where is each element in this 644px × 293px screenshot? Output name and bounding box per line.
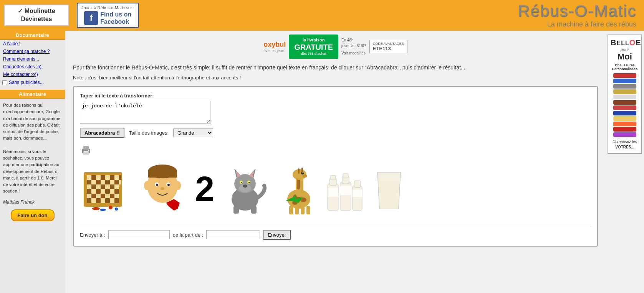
- abracadabra-button[interactable]: Abracadabra !!: [80, 128, 124, 138]
- right-sidebar: BELLOE pour Moi Chaussures Personnalisée…: [606, 31, 644, 293]
- svg-point-5: [88, 150, 89, 151]
- svg-rect-15: [87, 180, 91, 184]
- sidebar-section-documentaire: Documentaire: [0, 31, 65, 40]
- no-ads-checkbox[interactable]: [2, 80, 7, 85]
- svg-rect-31: [91, 189, 96, 194]
- svg-rect-35: [110, 189, 114, 194]
- shoe-12: [613, 132, 636, 137]
- site-title: Rébus-O-Matic La machine à faire des réb…: [518, 2, 636, 28]
- rebus-giraffe: [276, 165, 318, 214]
- header: ✓ Moulinette Devinettes Jouez à Rébus-o-…: [0, 0, 644, 31]
- taille-select[interactable]: Petite Moyenne Grande Très grande: [173, 128, 213, 137]
- number-2-display: 2: [195, 170, 214, 209]
- shoe-4: [613, 89, 636, 94]
- svg-rect-29: [114, 184, 119, 189]
- belloe-footer: Composez les VOTRES...: [611, 139, 639, 150]
- svg-rect-34: [105, 189, 110, 194]
- shoe-7: [613, 105, 636, 110]
- svg-rect-48: [105, 198, 110, 203]
- svg-rect-41: [105, 194, 110, 198]
- svg-rect-94: [295, 207, 299, 214]
- svg-rect-93: [289, 206, 293, 214]
- svg-rect-100: [330, 175, 336, 180]
- logo-moulinette[interactable]: ✓ Moulinette Devinettes: [4, 5, 69, 26]
- printer-icon-area[interactable]: [80, 143, 591, 157]
- de-la-part-input[interactable]: [206, 230, 260, 239]
- envoyer-a-input[interactable]: [108, 230, 170, 239]
- rebus-milk-glass: [372, 165, 406, 214]
- milk-bottles-image: [326, 165, 364, 214]
- sidebar-link-aide[interactable]: A l'aide !: [0, 40, 65, 48]
- oxybul-banner: oxybul éveil et jeux: [263, 41, 286, 53]
- svg-rect-2: [83, 151, 89, 154]
- sidebar-link-remerciements[interactable]: Remerciements...: [0, 55, 65, 63]
- svg-rect-36: [114, 189, 119, 194]
- svg-point-76: [248, 182, 250, 183]
- donate-button[interactable]: Faire un don: [11, 209, 55, 221]
- controls-row: Abracadabra !! Taille des images: Petite…: [80, 128, 591, 138]
- belloe-pour: pour: [611, 47, 639, 52]
- envoyer-button[interactable]: Envoyer: [263, 230, 291, 240]
- rebus-milk-bottles: [326, 165, 364, 214]
- shoe-9: [613, 116, 636, 121]
- main-content: oxybul éveil et jeux la livraison GRATUI…: [65, 31, 606, 293]
- svg-rect-42: [110, 194, 114, 198]
- shoe-3: [613, 84, 636, 89]
- fb-top-text: Jouez à Rébus-o-Matic sur :: [81, 5, 134, 10]
- note-label: Note: [73, 75, 83, 81]
- svg-rect-23: [87, 184, 91, 189]
- sidebar-link-contacter[interactable]: Me contacter :o)): [0, 71, 65, 78]
- banner-en48h: En 48h jusqu'au 31/07: [341, 37, 366, 49]
- shoe-10: [613, 122, 636, 126]
- svg-rect-44: [87, 198, 91, 203]
- svg-rect-46: [96, 198, 101, 203]
- svg-rect-26: [101, 184, 105, 189]
- svg-point-63: [144, 181, 150, 190]
- shoe-1: [613, 73, 636, 78]
- svg-rect-8: [91, 175, 96, 180]
- sidebar-no-ads-row: Sans publicités...: [0, 78, 65, 87]
- facebook-banner[interactable]: Jouez à Rébus-o-Matic sur : f Find us on…: [77, 3, 139, 28]
- svg-rect-27: [105, 184, 110, 189]
- svg-rect-57: [148, 171, 177, 178]
- sidebar-author: Mathias Franck: [0, 198, 65, 206]
- shoe-6: [613, 100, 636, 105]
- svg-rect-105: [340, 186, 351, 195]
- rebus-face: [137, 165, 187, 214]
- text-input[interactable]: je joue de l'ukulélé: [80, 101, 210, 124]
- fb-main-row: f Find us on Facebook: [84, 11, 131, 25]
- gratuite-text: GRATUITE: [294, 43, 333, 52]
- svg-rect-91: [298, 168, 300, 174]
- svg-rect-20: [110, 180, 114, 184]
- svg-point-52: [100, 209, 106, 211]
- printer-icon: [80, 143, 92, 156]
- svg-rect-108: [353, 189, 362, 197]
- svg-rect-38: [91, 194, 96, 198]
- rebus-wolf: [222, 165, 268, 214]
- svg-rect-14: [119, 175, 121, 180]
- svg-rect-22: [119, 180, 121, 184]
- belloe-title: BELLOE: [611, 38, 639, 47]
- svg-rect-4: [84, 153, 88, 154]
- svg-rect-3: [84, 152, 88, 153]
- sidebar-link-chouettes[interactable]: Chouettes sites ;o): [0, 63, 65, 71]
- svg-rect-43: [114, 194, 119, 198]
- sidebar-link-comment[interactable]: Comment ça marche ?: [0, 48, 65, 55]
- rebus-number-2: 2: [195, 170, 214, 209]
- livraison-banner: la livraison GRATUITE dès 75€ d'achat: [289, 35, 338, 59]
- title-rebus: Rébus-O-Matic: [518, 2, 636, 20]
- svg-rect-18: [101, 180, 105, 184]
- shoe-stack: [611, 73, 639, 137]
- logo-area: ✓ Moulinette Devinettes: [4, 5, 69, 26]
- sidebar-body-text: Pour des raisons qui m'échappent encore,…: [0, 99, 65, 198]
- svg-rect-45: [91, 198, 96, 203]
- svg-point-51: [92, 207, 100, 210]
- svg-rect-17: [96, 180, 101, 184]
- banner-area[interactable]: oxybul éveil et jeux la livraison GRATUI…: [73, 35, 598, 59]
- fb-find-text: Find us on Facebook: [100, 11, 131, 25]
- belloe-advertisement[interactable]: BELLOE pour Moi Chaussures Personnalisée…: [608, 35, 642, 154]
- svg-rect-40: [101, 194, 105, 198]
- svg-rect-9: [96, 175, 101, 180]
- sidebar: Documentaire A l'aide ! Comment ça march…: [0, 31, 65, 293]
- svg-point-61: [167, 184, 170, 186]
